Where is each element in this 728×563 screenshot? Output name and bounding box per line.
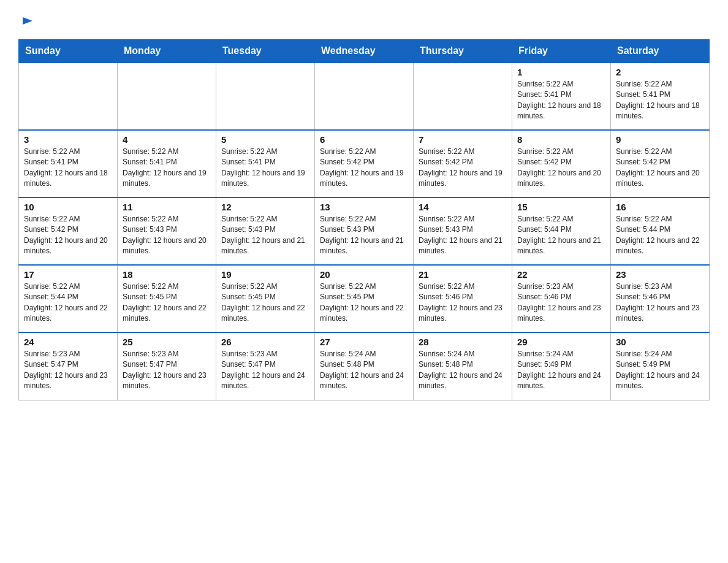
table-row: 27Sunrise: 5:24 AMSunset: 5:48 PMDayligh… — [315, 332, 414, 400]
day-number: 28 — [419, 337, 507, 347]
day-info: Sunrise: 5:22 AMSunset: 5:41 PMDaylight:… — [123, 147, 211, 190]
header — [18, 12, 710, 28]
day-info: Sunrise: 5:22 AMSunset: 5:45 PMDaylight:… — [221, 282, 309, 324]
day-number: 14 — [419, 202, 507, 212]
day-info: Sunrise: 5:22 AMSunset: 5:41 PMDaylight:… — [517, 79, 605, 122]
day-info: Sunrise: 5:22 AMSunset: 5:43 PMDaylight:… — [419, 214, 507, 257]
day-info: Sunrise: 5:22 AMSunset: 5:46 PMDaylight:… — [419, 282, 507, 324]
day-number: 17 — [24, 269, 112, 280]
day-info: Sunrise: 5:22 AMSunset: 5:42 PMDaylight:… — [517, 147, 605, 190]
table-row: 16Sunrise: 5:22 AMSunset: 5:44 PMDayligh… — [611, 197, 710, 265]
day-number: 15 — [517, 202, 605, 212]
table-row: 1Sunrise: 5:22 AMSunset: 5:41 PMDaylight… — [512, 63, 611, 130]
day-number: 7 — [419, 134, 507, 145]
week-row: 1Sunrise: 5:22 AMSunset: 5:41 PMDaylight… — [19, 63, 710, 130]
table-row: 21Sunrise: 5:22 AMSunset: 5:46 PMDayligh… — [414, 265, 512, 332]
table-row: 13Sunrise: 5:22 AMSunset: 5:43 PMDayligh… — [315, 197, 414, 265]
day-info: Sunrise: 5:22 AMSunset: 5:42 PMDaylight:… — [320, 147, 408, 190]
table-row: 22Sunrise: 5:23 AMSunset: 5:46 PMDayligh… — [512, 265, 611, 332]
day-info: Sunrise: 5:24 AMSunset: 5:49 PMDaylight:… — [616, 349, 704, 392]
week-row: 17Sunrise: 5:22 AMSunset: 5:44 PMDayligh… — [19, 265, 710, 332]
table-row — [414, 63, 512, 130]
day-number: 12 — [221, 202, 309, 212]
day-number: 29 — [517, 337, 605, 347]
table-row: 5Sunrise: 5:22 AMSunset: 5:41 PMDaylight… — [216, 130, 315, 197]
table-row: 12Sunrise: 5:22 AMSunset: 5:43 PMDayligh… — [216, 197, 315, 265]
day-number: 8 — [517, 134, 605, 145]
day-number: 1 — [517, 67, 605, 77]
day-info: Sunrise: 5:22 AMSunset: 5:42 PMDaylight:… — [419, 147, 507, 190]
day-number: 23 — [616, 269, 704, 280]
day-number: 27 — [320, 337, 408, 347]
day-info: Sunrise: 5:23 AMSunset: 5:47 PMDaylight:… — [123, 349, 211, 392]
day-number: 6 — [320, 134, 408, 145]
day-info: Sunrise: 5:22 AMSunset: 5:43 PMDaylight:… — [221, 214, 309, 257]
table-row: 18Sunrise: 5:22 AMSunset: 5:45 PMDayligh… — [118, 265, 216, 332]
logo-flag-icon — [20, 16, 34, 29]
day-number: 26 — [221, 337, 309, 347]
header-friday: Friday — [512, 40, 611, 63]
table-row: 24Sunrise: 5:23 AMSunset: 5:47 PMDayligh… — [19, 332, 118, 400]
day-info: Sunrise: 5:24 AMSunset: 5:49 PMDaylight:… — [517, 349, 605, 392]
day-info: Sunrise: 5:22 AMSunset: 5:41 PMDaylight:… — [24, 147, 112, 190]
table-row — [19, 63, 118, 130]
table-row: 11Sunrise: 5:22 AMSunset: 5:43 PMDayligh… — [118, 197, 216, 265]
logo — [18, 12, 34, 28]
day-number: 30 — [616, 337, 704, 347]
table-row: 3Sunrise: 5:22 AMSunset: 5:41 PMDaylight… — [19, 130, 118, 197]
day-number: 11 — [123, 202, 211, 212]
header-thursday: Thursday — [414, 40, 512, 63]
table-row: 25Sunrise: 5:23 AMSunset: 5:47 PMDayligh… — [118, 332, 216, 400]
day-number: 9 — [616, 134, 704, 145]
table-row: 15Sunrise: 5:22 AMSunset: 5:44 PMDayligh… — [512, 197, 611, 265]
table-row: 30Sunrise: 5:24 AMSunset: 5:49 PMDayligh… — [611, 332, 710, 400]
day-number: 18 — [123, 269, 211, 280]
day-info: Sunrise: 5:22 AMSunset: 5:45 PMDaylight:… — [320, 282, 408, 324]
header-tuesday: Tuesday — [216, 40, 315, 63]
day-number: 21 — [419, 269, 507, 280]
calendar-table: Sunday Monday Tuesday Wednesday Thursday… — [18, 39, 710, 400]
week-row: 24Sunrise: 5:23 AMSunset: 5:47 PMDayligh… — [19, 332, 710, 400]
table-row: 10Sunrise: 5:22 AMSunset: 5:42 PMDayligh… — [19, 197, 118, 265]
day-info: Sunrise: 5:22 AMSunset: 5:41 PMDaylight:… — [616, 79, 704, 122]
table-row: 2Sunrise: 5:22 AMSunset: 5:41 PMDaylight… — [611, 63, 710, 130]
header-saturday: Saturday — [611, 40, 710, 63]
table-row: 6Sunrise: 5:22 AMSunset: 5:42 PMDaylight… — [315, 130, 414, 197]
day-number: 4 — [123, 134, 211, 145]
table-row: 19Sunrise: 5:22 AMSunset: 5:45 PMDayligh… — [216, 265, 315, 332]
table-row: 28Sunrise: 5:24 AMSunset: 5:48 PMDayligh… — [414, 332, 512, 400]
table-row: 14Sunrise: 5:22 AMSunset: 5:43 PMDayligh… — [414, 197, 512, 265]
day-number: 2 — [616, 67, 704, 77]
day-number: 3 — [24, 134, 112, 145]
table-row: 29Sunrise: 5:24 AMSunset: 5:49 PMDayligh… — [512, 332, 611, 400]
day-info: Sunrise: 5:23 AMSunset: 5:46 PMDaylight:… — [616, 282, 704, 324]
week-row: 10Sunrise: 5:22 AMSunset: 5:42 PMDayligh… — [19, 197, 710, 265]
table-row: 20Sunrise: 5:22 AMSunset: 5:45 PMDayligh… — [315, 265, 414, 332]
day-number: 16 — [616, 202, 704, 212]
table-row: 7Sunrise: 5:22 AMSunset: 5:42 PMDaylight… — [414, 130, 512, 197]
svg-marker-0 — [23, 17, 32, 25]
day-number: 24 — [24, 337, 112, 347]
day-info: Sunrise: 5:24 AMSunset: 5:48 PMDaylight:… — [419, 349, 507, 392]
week-row: 3Sunrise: 5:22 AMSunset: 5:41 PMDaylight… — [19, 130, 710, 197]
day-number: 13 — [320, 202, 408, 212]
day-info: Sunrise: 5:22 AMSunset: 5:44 PMDaylight:… — [517, 214, 605, 257]
day-info: Sunrise: 5:22 AMSunset: 5:44 PMDaylight:… — [24, 282, 112, 324]
day-info: Sunrise: 5:24 AMSunset: 5:48 PMDaylight:… — [320, 349, 408, 392]
day-number: 20 — [320, 269, 408, 280]
day-info: Sunrise: 5:22 AMSunset: 5:42 PMDaylight:… — [24, 214, 112, 257]
header-sunday: Sunday — [19, 40, 118, 63]
weekday-header-row: Sunday Monday Tuesday Wednesday Thursday… — [19, 40, 710, 63]
table-row: 9Sunrise: 5:22 AMSunset: 5:42 PMDaylight… — [611, 130, 710, 197]
day-info: Sunrise: 5:22 AMSunset: 5:42 PMDaylight:… — [616, 147, 704, 190]
header-wednesday: Wednesday — [315, 40, 414, 63]
table-row: 4Sunrise: 5:22 AMSunset: 5:41 PMDaylight… — [118, 130, 216, 197]
day-info: Sunrise: 5:23 AMSunset: 5:47 PMDaylight:… — [24, 349, 112, 392]
table-row: 23Sunrise: 5:23 AMSunset: 5:46 PMDayligh… — [611, 265, 710, 332]
day-info: Sunrise: 5:22 AMSunset: 5:41 PMDaylight:… — [221, 147, 309, 190]
table-row: 8Sunrise: 5:22 AMSunset: 5:42 PMDaylight… — [512, 130, 611, 197]
day-number: 22 — [517, 269, 605, 280]
day-info: Sunrise: 5:22 AMSunset: 5:43 PMDaylight:… — [320, 214, 408, 257]
table-row — [118, 63, 216, 130]
day-info: Sunrise: 5:22 AMSunset: 5:43 PMDaylight:… — [123, 214, 211, 257]
